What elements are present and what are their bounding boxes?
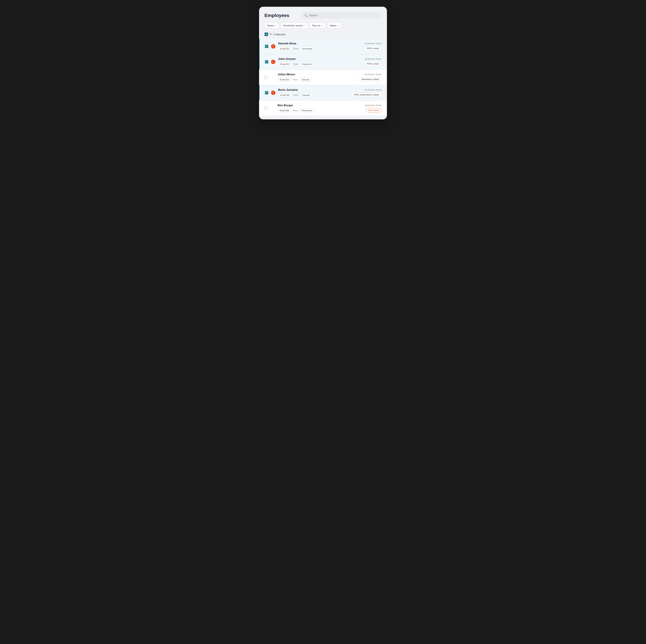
employee-card: ! Boris Jumaine Empl 048 Team Casuals Ve… [259,85,387,100]
employee-tags: Empl 042 Team Packstore [278,62,345,66]
checkbox-container[interactable] [265,45,268,48]
team-tag: Harvesting [300,46,315,51]
employee-name: Ben Burger [278,104,345,107]
employee-id-tag: Empl 042 [278,62,292,66]
verification-label: Verification linked [364,58,382,60]
employee-tags: Empl 043 Team Casuals [278,78,345,82]
alert-icon: ! [271,91,276,95]
employee-info: John Greene Empl 042 Team Packstore [278,57,345,66]
employee-checkbox[interactable] [264,107,268,110]
verification-section: Verification linked Not Linked [348,104,382,113]
filter-add-icon-pay-run: + [321,24,323,27]
verification-label: Verification linked [364,104,382,107]
team-label: Team [293,109,298,112]
header: Employees 🔍 [259,12,387,23]
employee-info: Hannah Rose Empl 021 Team Harvesting [278,42,345,51]
filter-add-icon-permission-access: + [304,24,305,27]
verification-label: Verification linked [364,73,382,76]
verification-label: Verification linked [364,42,382,45]
employee-name: John Greene [278,57,345,61]
filter-label-pay-run: Pay run [312,24,320,27]
employee-name: Boris Jumaine [278,88,345,92]
employee-info: Boris Jumaine Empl 048 Team Casuals [278,88,345,97]
employee-info: Ben Burger Empl 086 Team Permanent [278,104,345,113]
verification-section: Verification linked RFID Linked [348,58,382,66]
verification-badge: Biometrics Linked [359,77,382,82]
selection-dropdown-arrow[interactable] [270,34,272,35]
app-container: Employees 🔍 Teams+Permission access+Pay … [259,7,387,119]
alert-icon: ! [271,44,276,48]
employee-card: Ben Burger Empl 086 Team Permanent Verif… [259,101,387,116]
team-label: Team [293,47,299,50]
selected-count: 3 Selected [273,33,285,36]
employee-tags: Empl 021 Team Harvesting [278,46,345,51]
employee-checkbox[interactable] [265,91,268,95]
employee-card: Julias Moore Empl 043 Team Casuals Verif… [259,70,387,85]
filter-chip-pay-run[interactable]: Pay run+ [310,23,326,28]
employee-name: Hannah Rose [278,42,345,45]
employee-id-tag: Empl 086 [278,108,291,113]
employee-checkbox[interactable] [264,76,268,79]
filter-bar: Teams+Permission access+Pay run+Status+ [259,23,387,32]
employee-card: ! John Greene Empl 042 Team Packstore Ve… [259,54,387,69]
filter-chip-teams[interactable]: Teams+ [264,23,279,28]
team-label: Team [293,78,298,81]
filter-add-icon-teams: + [275,24,277,27]
selection-bar: 3 Selected [259,32,387,39]
verification-badge: RFID Linked [364,46,382,50]
checkbox-container[interactable] [264,107,268,110]
employee-list: ! Hannah Rose Empl 021 Team Harvesting V… [259,39,387,119]
team-tag: Permanent [299,108,314,113]
filter-label-teams: Teams [267,24,274,27]
filter-label-status: Status [330,24,336,27]
employee-checkbox[interactable] [265,60,268,63]
verification-section: Verification linked RFID Linked [348,42,382,50]
team-tag: Packstore [300,62,314,66]
page-title: Employees [264,13,289,18]
employee-id-tag: Empl 048 [278,93,292,97]
team-tag: Casuals [299,78,312,82]
employee-tags: Empl 048 Team Casuals [278,93,345,97]
filter-label-permission-access: Permission access [283,24,303,27]
search-bar[interactable]: 🔍 [301,12,382,19]
search-input[interactable] [309,14,378,17]
employee-checkbox[interactable] [265,45,268,48]
checkbox-container[interactable] [265,60,268,63]
verification-section: Verification linked RFID & Biometrics Li… [348,89,382,97]
employee-info: Julias Moore Empl 043 Team Casuals [278,73,345,82]
alert-placeholder [271,106,275,110]
filter-add-icon-status: + [337,24,339,27]
search-icon: 🔍 [304,14,308,17]
filter-chip-permission-access[interactable]: Permission access+ [281,23,308,28]
employee-name: Julias Moore [278,73,345,76]
verification-badge: RFID Linked [364,61,382,66]
team-label: Team [293,63,299,66]
verification-section: Verification linked Biometrics Linked [348,73,382,82]
employee-tags: Empl 086 Team Permanent [278,108,345,113]
deselect-all-button[interactable] [264,32,268,36]
employee-id-tag: Empl 021 [278,46,292,51]
team-label: Team [293,94,299,96]
verification-badge: Not Linked [366,108,382,113]
employee-id-tag: Empl 043 [278,78,291,82]
checkbox-container[interactable] [264,76,268,79]
verification-label: Verification linked [364,89,382,91]
alert-icon: ! [271,60,276,64]
filter-chip-status[interactable]: Status+ [327,23,341,28]
checkbox-container[interactable] [265,91,268,95]
verification-badge: RFID & Biometrics Linked [351,93,382,97]
employee-card: ! Hannah Rose Empl 021 Team Harvesting V… [259,39,387,54]
team-tag: Casuals [300,93,312,97]
alert-placeholder [271,75,275,80]
